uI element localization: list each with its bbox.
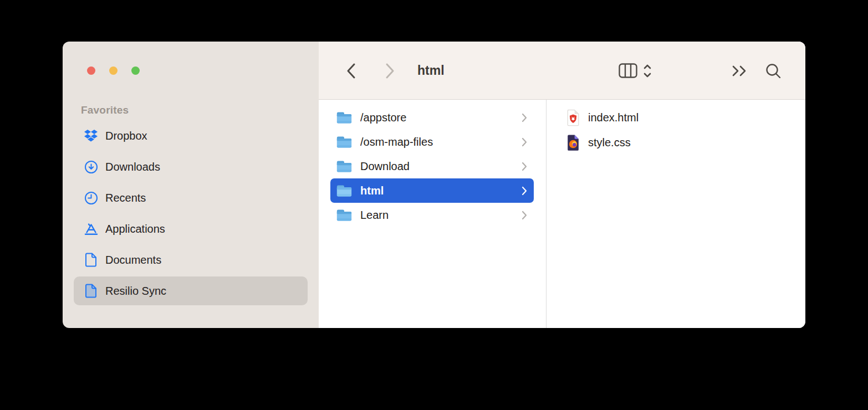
file-row-style-css[interactable]: style.css [547, 130, 805, 155]
folder-icon [335, 183, 353, 198]
sidebar-item-label: Downloads [105, 161, 160, 173]
minimize-button[interactable] [109, 66, 118, 75]
folder-icon [335, 208, 353, 223]
chevron-right-icon [522, 113, 527, 122]
folder-label: /appstore [360, 111, 522, 124]
folder-icon [335, 110, 353, 125]
column-parent: /appstore /osm-map-files [319, 100, 547, 328]
forward-button[interactable] [380, 42, 400, 100]
more-toolbar-items-button[interactable] [728, 42, 752, 100]
file-label: style.css [588, 136, 631, 149]
search-button[interactable] [761, 42, 785, 100]
sidebar-item-dropbox[interactable]: Dropbox [74, 121, 308, 150]
sidebar-item-label: Resilio Sync [105, 285, 166, 298]
chevron-left-icon [346, 63, 356, 79]
sidebar-item-label: Documents [105, 254, 161, 266]
sidebar-section-title: Favorites [81, 104, 129, 116]
documents-icon [84, 253, 98, 267]
folder-row-html[interactable]: html [330, 178, 534, 203]
toolbar-title: html [417, 42, 445, 100]
firefox-css-file-icon [565, 134, 580, 151]
folder-icon [335, 135, 353, 150]
folder-row-learn[interactable]: Learn [330, 203, 534, 227]
folder-row-appstore[interactable]: /appstore [330, 105, 534, 130]
sidebar-item-recents[interactable]: Recents [74, 183, 308, 212]
folder-label: /osm-map-files [360, 136, 522, 148]
sidebar-item-label: Applications [105, 223, 165, 235]
chevron-right-icon [522, 211, 527, 220]
dropbox-icon [84, 129, 98, 143]
sidebar-item-applications[interactable]: Applications [74, 214, 308, 243]
recents-icon [84, 191, 98, 205]
folder-row-osm-map-files[interactable]: /osm-map-files [330, 130, 534, 154]
sidebar-list: Dropbox Downloads Rece [63, 121, 319, 308]
folder-row-download[interactable]: Download [330, 154, 534, 178]
applications-icon [84, 222, 98, 236]
sidebar-item-downloads[interactable]: Downloads [74, 152, 308, 181]
resilio-sync-icon [84, 284, 98, 298]
column-children: index.html style.css [547, 100, 805, 328]
sidebar-item-label: Recents [105, 192, 146, 204]
zoom-button[interactable] [131, 66, 140, 75]
chevron-right-icon [522, 137, 527, 147]
file-label: index.html [588, 111, 639, 124]
search-icon [765, 63, 782, 79]
file-row-index-html[interactable]: index.html [547, 105, 805, 130]
view-mode-button[interactable] [614, 42, 657, 100]
window-controls [87, 66, 140, 75]
sidebar: Favorites Dropbox [63, 42, 319, 328]
sidebar-item-label: Dropbox [105, 130, 147, 142]
close-button[interactable] [87, 66, 95, 75]
brave-html-file-icon [565, 109, 580, 126]
double-chevron-right-icon [731, 64, 749, 78]
main-area: html [319, 42, 805, 328]
folder-icon [335, 159, 353, 174]
folder-label: Download [360, 160, 522, 173]
chevron-right-icon [522, 162, 527, 171]
toolbar: html [319, 42, 805, 100]
chevron-right-icon [522, 186, 527, 196]
column-view-icon [619, 63, 637, 78]
chevron-right-icon [385, 63, 395, 79]
sidebar-item-documents[interactable]: Documents [74, 245, 308, 274]
folder-label: html [360, 184, 522, 197]
folder-label: Learn [360, 209, 522, 222]
column-view: /appstore /osm-map-files [319, 100, 805, 328]
downloads-icon [84, 160, 98, 174]
chevron-up-down-icon [643, 64, 652, 78]
back-button[interactable] [341, 42, 361, 100]
sidebar-item-resilio-sync[interactable]: Resilio Sync [74, 276, 308, 305]
finder-window: Favorites Dropbox [63, 42, 805, 328]
